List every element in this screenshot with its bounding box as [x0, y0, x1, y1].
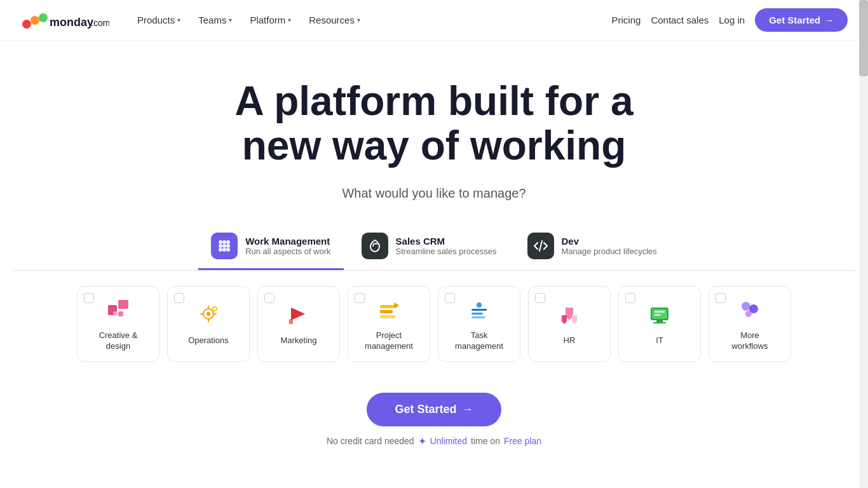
tab-dev[interactable]: Dev Manage product lifecycles [515, 224, 670, 270]
svg-point-32 [477, 302, 482, 308]
svg-rect-27 [289, 319, 293, 324]
workflow-marketing[interactable]: Marketing [257, 286, 340, 362]
svg-marker-38 [572, 315, 577, 324]
svg-rect-41 [654, 311, 665, 313]
product-tabs: Work Management Run all aspects of work … [13, 224, 855, 270]
svg-point-13 [226, 248, 230, 252]
svg-rect-30 [380, 315, 395, 318]
workflow-hr[interactable]: HR [528, 286, 611, 362]
logo[interactable]: monday .com [20, 9, 109, 32]
nav-platform[interactable]: Platform ▾ [242, 10, 299, 30]
svg-point-19 [207, 312, 210, 316]
workflow-more[interactable]: Moreworkflows [709, 286, 791, 362]
svg-rect-16 [118, 311, 123, 316]
task-checkbox[interactable] [445, 293, 455, 303]
hr-checkbox[interactable] [535, 293, 545, 303]
marketing-checkbox[interactable] [264, 293, 275, 303]
nav-teams[interactable]: Teams ▾ [191, 10, 240, 30]
svg-point-11 [219, 248, 222, 252]
marketing-label: Marketing [280, 336, 316, 346]
svg-rect-44 [653, 322, 666, 323]
svg-point-7 [226, 240, 230, 244]
products-chevron-icon: ▾ [177, 17, 180, 24]
nav-links: Products ▾ Teams ▾ Platform ▾ Resources … [130, 10, 612, 30]
hr-icon [555, 301, 583, 329]
svg-point-12 [222, 248, 226, 252]
svg-point-25 [214, 308, 216, 310]
hr-label: HR [564, 336, 576, 346]
it-label: IT [656, 336, 663, 346]
project-management-label: Projectmanagement [365, 330, 413, 352]
hero-title: A platform built for a new way of workin… [212, 79, 656, 168]
svg-rect-43 [656, 320, 663, 322]
it-icon [646, 301, 674, 329]
workflow-operations[interactable]: Operations [167, 286, 250, 362]
workflows-grid: Creative &design Operations [13, 286, 855, 383]
dev-icon [527, 233, 554, 259]
creative-design-label: Creative &design [99, 330, 138, 352]
hero-section: A platform built for a new way of workin… [0, 41, 868, 480]
nav-login[interactable]: Log in [719, 15, 745, 25]
operations-icon [194, 301, 222, 329]
work-management-icon [211, 233, 238, 259]
svg-rect-17 [113, 311, 117, 315]
svg-rect-35 [471, 316, 485, 318]
tabs-divider [13, 270, 855, 271]
svg-rect-33 [471, 309, 487, 311]
task-management-label: Taskmanagement [455, 330, 503, 352]
navbar: monday .com Products ▾ Teams ▾ Platform … [0, 0, 868, 41]
tab-work-management[interactable]: Work Management Run all aspects of work [198, 224, 343, 270]
sales-crm-icon [362, 233, 388, 259]
tab-sales-crm[interactable]: Sales CRM Streamline sales processes [349, 224, 510, 270]
svg-point-5 [219, 240, 222, 244]
cta-section: Get Started → No credit card needed ✦ Un… [13, 383, 855, 468]
svg-marker-26 [291, 308, 305, 320]
workflow-project-management[interactable]: Projectmanagement [348, 286, 430, 362]
platform-chevron-icon: ▾ [288, 17, 291, 24]
svg-point-6 [222, 240, 226, 244]
project-management-icon [375, 296, 403, 324]
nav-get-started-button[interactable]: Get Started → [755, 8, 848, 32]
svg-marker-37 [562, 315, 567, 324]
workflow-task-management[interactable]: Taskmanagement [438, 286, 520, 362]
svg-point-47 [745, 311, 752, 317]
cta-subtext: No credit card needed ✦ Unlimited time o… [327, 435, 541, 447]
more-checkbox[interactable] [715, 293, 726, 303]
operations-checkbox[interactable] [174, 293, 184, 303]
svg-text:monday: monday [50, 16, 93, 29]
marketing-icon [285, 301, 313, 329]
cta-free-plan: Free plan [504, 436, 541, 446]
scrollbar-thumb[interactable] [859, 0, 868, 76]
creative-checkbox[interactable] [84, 293, 94, 303]
it-checkbox[interactable] [625, 293, 635, 303]
svg-point-10 [226, 244, 230, 248]
creative-design-icon [104, 296, 132, 324]
svg-point-45 [742, 302, 750, 311]
cta-unlimited: Unlimited [430, 436, 467, 446]
nav-products[interactable]: Products ▾ [130, 10, 188, 30]
operations-label: Operations [188, 336, 229, 346]
svg-rect-34 [471, 313, 483, 315]
task-management-icon [465, 296, 493, 324]
project-checkbox[interactable] [355, 293, 365, 303]
svg-rect-29 [380, 310, 393, 313]
nav-contact-sales[interactable]: Contact sales [651, 15, 709, 25]
svg-text:.com: .com [91, 18, 109, 28]
svg-point-8 [219, 244, 222, 248]
svg-rect-15 [118, 300, 128, 309]
more-workflows-label: Moreworkflows [731, 330, 768, 352]
nav-resources[interactable]: Resources ▾ [301, 10, 368, 30]
workflow-it[interactable]: IT [618, 286, 701, 362]
workflow-creative-design[interactable]: Creative &design [77, 286, 159, 362]
hero-subtitle: What would you like to manage? [13, 186, 855, 201]
scrollbar[interactable] [859, 0, 868, 480]
svg-rect-42 [654, 314, 661, 316]
more-workflows-icon [736, 296, 764, 324]
nav-pricing[interactable]: Pricing [612, 15, 641, 25]
hero-get-started-button[interactable]: Get Started → [367, 393, 501, 426]
nav-right: Pricing Contact sales Log in Get Started… [612, 8, 848, 32]
teams-chevron-icon: ▾ [229, 17, 232, 24]
svg-point-2 [39, 13, 48, 22]
cta-dot: ✦ [418, 435, 426, 447]
svg-point-0 [22, 20, 31, 29]
